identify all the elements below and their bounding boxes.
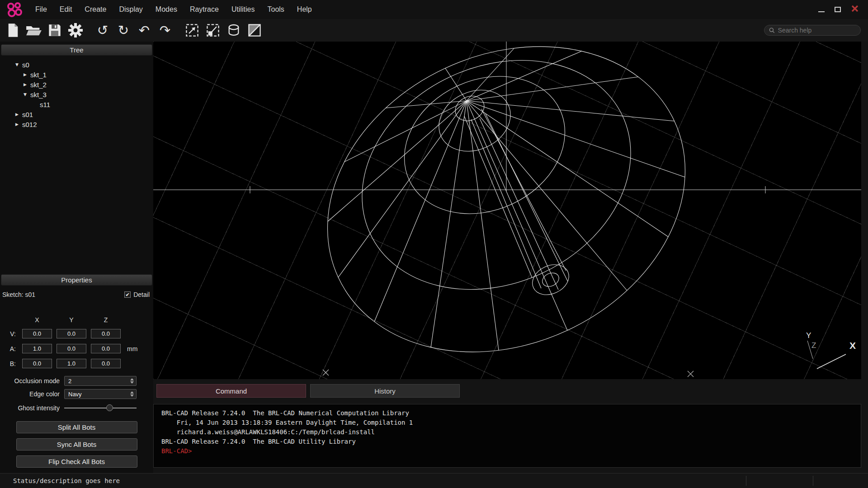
col-header-y: Y — [54, 316, 89, 324]
split-all-bots-button[interactable]: Split All Bots — [16, 421, 137, 433]
menu-raytrace[interactable]: Raytrace — [184, 0, 225, 19]
detail-toggle[interactable]: ✔ Detail — [124, 291, 150, 298]
row-label-a: A: — [0, 345, 20, 352]
new-file-button[interactable] — [3, 20, 24, 40]
geometry-tree: ▼ s0 ▶ skt_1 ▶ skt_2 ▼ skt_3 s11 ▶ s01 — [0, 56, 153, 272]
menu-edit[interactable]: Edit — [53, 0, 79, 19]
open-folder-icon — [26, 24, 42, 37]
menu-help[interactable]: Help — [291, 0, 318, 19]
maximize-button[interactable] — [835, 7, 841, 12]
spinner-arrows-icon[interactable] — [130, 378, 134, 384]
v-x-field[interactable] — [22, 329, 52, 338]
tree-item-skt2[interactable]: ▶ skt_2 — [0, 80, 153, 89]
settings-button[interactable] — [65, 20, 86, 40]
menu-tools[interactable]: Tools — [261, 0, 290, 19]
tree-item-label: s0 — [22, 61, 29, 69]
row-label-v: V: — [0, 330, 20, 338]
raytrace-button[interactable] — [223, 20, 244, 40]
redo-rotate-icon: ↻ — [118, 24, 129, 37]
tree-item-skt3[interactable]: ▼ skt_3 — [0, 89, 153, 99]
a-z-field[interactable] — [91, 344, 121, 353]
save-icon — [48, 23, 61, 37]
b-x-field[interactable] — [22, 359, 52, 368]
tree-panel-header: Tree — [1, 44, 152, 56]
expand-arrow-icon[interactable]: ▶ — [22, 72, 28, 77]
command-console[interactable]: BRL-CAD Release 7.24.0 The BRL-CAD Numer… — [153, 404, 861, 468]
tree-item-s0[interactable]: ▼ s0 — [0, 60, 153, 70]
sync-all-bots-button[interactable]: Sync All Bots — [16, 438, 137, 450]
tree-item-s012[interactable]: ▶ s012 — [0, 119, 153, 129]
rotate-left-icon: ↶ — [139, 24, 150, 37]
new-file-icon — [7, 23, 19, 38]
tree-item-skt1[interactable]: ▶ skt_1 — [0, 70, 153, 80]
v-y-field[interactable] — [57, 329, 86, 338]
select-component-button[interactable] — [203, 20, 223, 40]
tree-item-s01[interactable]: ▶ s01 — [0, 109, 153, 119]
axis-y-label: Y — [806, 331, 811, 340]
v-z-field[interactable] — [91, 329, 121, 338]
save-button[interactable] — [44, 20, 65, 40]
redo-button[interactable]: ↻ — [113, 20, 134, 40]
tree-panel-title: Tree — [70, 46, 83, 54]
status-divider — [746, 476, 746, 486]
slider-thumb[interactable] — [106, 404, 113, 411]
search-input[interactable] — [778, 27, 856, 34]
edge-color-select[interactable]: Navy — [64, 389, 137, 399]
tab-history[interactable]: History — [310, 384, 460, 398]
console-prompt: BRL-CAD> — [161, 446, 861, 456]
menu-file[interactable]: File — [29, 0, 53, 19]
menu-display[interactable]: Display — [113, 0, 149, 19]
status-divider — [813, 476, 813, 486]
ghost-intensity-slider[interactable] — [64, 404, 137, 413]
occlusion-mode-label: Occlusion mode — [0, 377, 60, 385]
rotate-right-button[interactable]: ↷ — [155, 20, 175, 40]
a-x-field[interactable] — [22, 344, 52, 353]
status-text: Status/description goes here — [13, 477, 120, 484]
col-header-z: Z — [89, 316, 123, 324]
framebuffer-button[interactable] — [244, 20, 265, 40]
rotate-left-button[interactable]: ↶ — [134, 20, 155, 40]
brlcad-logo-icon — [5, 1, 24, 18]
open-file-button[interactable] — [24, 20, 44, 40]
expand-arrow-icon[interactable]: ▼ — [14, 62, 20, 67]
tree-item-s11[interactable]: s11 — [0, 99, 153, 109]
tree-item-label: skt_2 — [30, 81, 47, 89]
properties-panel: Sketch: s01 ✔ Detail X Y Z V: A: — [0, 286, 153, 473]
settings-gear-icon — [68, 23, 83, 38]
minimize-button[interactable] — [818, 11, 825, 12]
wireframe-model: Y Z X — [153, 42, 861, 379]
spinner-arrows-icon[interactable] — [130, 391, 134, 397]
flip-check-all-bots-button[interactable]: Flip Check All Bots — [16, 455, 137, 468]
menu-create[interactable]: Create — [78, 0, 113, 19]
occlusion-mode-select[interactable]: 2 — [64, 376, 137, 386]
undo-button[interactable]: ↺ — [92, 20, 113, 40]
slider-track[interactable] — [64, 408, 137, 408]
close-button[interactable] — [851, 5, 859, 14]
console-line: BRL-CAD Release 7.24.0 The BRL-CAD Utili… — [161, 437, 861, 446]
a-y-field[interactable] — [57, 344, 86, 353]
detail-label: Detail — [133, 291, 150, 298]
b-z-field[interactable] — [91, 359, 121, 368]
search-icon — [769, 27, 775, 33]
3d-viewport[interactable]: Y Z X — [153, 42, 861, 379]
expand-arrow-icon[interactable]: ▶ — [14, 112, 20, 117]
console-line: Fri, 14 Jun 2013 13:18:39 Eastern Daylig… — [161, 418, 861, 427]
expand-arrow-icon[interactable]: ▼ — [22, 92, 28, 97]
sketch-label: Sketch: s01 — [2, 291, 35, 298]
tab-command[interactable]: Command — [156, 384, 306, 398]
expand-arrow-icon[interactable]: ▶ — [14, 122, 20, 127]
b-y-field[interactable] — [57, 359, 86, 368]
expand-arrow-icon[interactable]: ▶ — [22, 82, 28, 87]
menu-modes[interactable]: Modes — [149, 0, 184, 19]
axis-x-label: X — [849, 340, 856, 351]
tree-item-label: s11 — [40, 101, 50, 108]
menu-utilities[interactable]: Utilities — [225, 0, 261, 19]
tree-item-label: skt_1 — [30, 71, 47, 79]
fit-view-button[interactable] — [182, 20, 203, 40]
detail-checkbox[interactable]: ✔ — [124, 291, 131, 298]
view-cross-marker — [323, 370, 693, 377]
col-header-x: X — [20, 316, 54, 324]
console-line: BRL-CAD Release 7.24.0 The BRL-CAD Numer… — [161, 408, 861, 418]
axis-indicator: Y Z X — [806, 331, 856, 369]
framebuffer-icon — [247, 23, 262, 38]
